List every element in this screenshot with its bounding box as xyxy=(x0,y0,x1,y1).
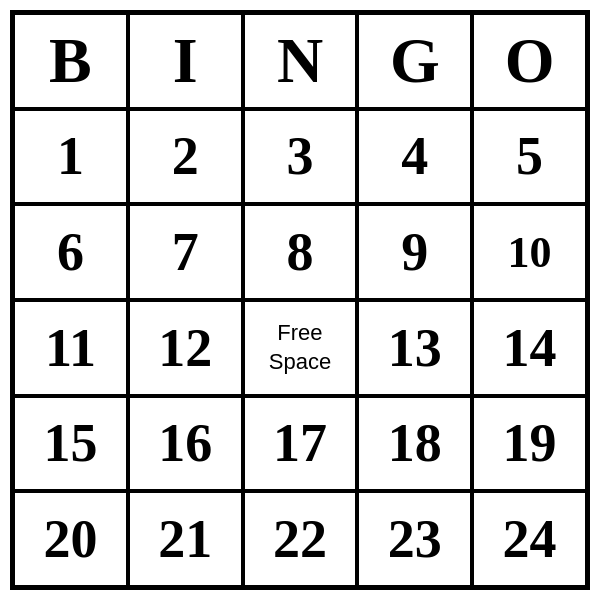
cell-4[interactable]: 4 xyxy=(357,109,472,205)
cell-9[interactable]: 9 xyxy=(357,204,472,300)
cell-24[interactable]: 24 xyxy=(472,491,587,587)
cell-19[interactable]: 19 xyxy=(472,396,587,492)
cell-15[interactable]: 15 xyxy=(13,396,128,492)
cell-1[interactable]: 1 xyxy=(13,109,128,205)
cell-13[interactable]: 13 xyxy=(357,300,472,396)
cell-free-space[interactable]: FreeSpace xyxy=(243,300,358,396)
header-g: G xyxy=(357,13,472,109)
header-i: I xyxy=(128,13,243,109)
cell-8[interactable]: 8 xyxy=(243,204,358,300)
cell-20[interactable]: 20 xyxy=(13,491,128,587)
cell-16[interactable]: 16 xyxy=(128,396,243,492)
cell-14[interactable]: 14 xyxy=(472,300,587,396)
cell-21[interactable]: 21 xyxy=(128,491,243,587)
cell-11[interactable]: 11 xyxy=(13,300,128,396)
cell-23[interactable]: 23 xyxy=(357,491,472,587)
cell-3[interactable]: 3 xyxy=(243,109,358,205)
cell-5[interactable]: 5 xyxy=(472,109,587,205)
cell-2[interactable]: 2 xyxy=(128,109,243,205)
cell-7[interactable]: 7 xyxy=(128,204,243,300)
header-o: O xyxy=(472,13,587,109)
cell-18[interactable]: 18 xyxy=(357,396,472,492)
header-n: N xyxy=(243,13,358,109)
bingo-card: B I N G O 1 2 3 4 5 6 7 8 9 10 11 12 Fre… xyxy=(10,10,590,590)
cell-6[interactable]: 6 xyxy=(13,204,128,300)
cell-10[interactable]: 10 xyxy=(472,204,587,300)
cell-17[interactable]: 17 xyxy=(243,396,358,492)
header-b: B xyxy=(13,13,128,109)
cell-12[interactable]: 12 xyxy=(128,300,243,396)
cell-22[interactable]: 22 xyxy=(243,491,358,587)
